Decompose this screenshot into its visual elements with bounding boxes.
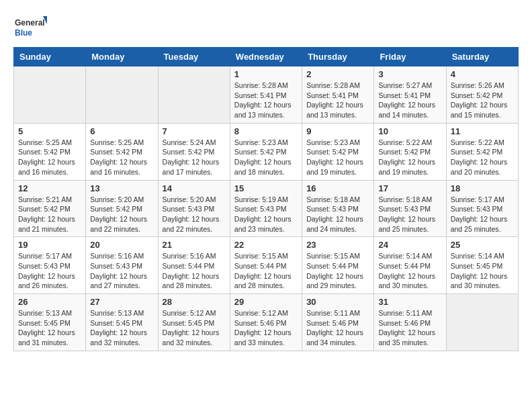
day-info: Sunrise: 5:22 AM Sunset: 5:42 PM Dayligh… [378,138,441,177]
day-number: 23 [306,240,369,250]
day-number: 26 [18,297,81,307]
day-cell: 22Sunrise: 5:15 AM Sunset: 5:44 PM Dayli… [230,237,302,294]
day-info: Sunrise: 5:23 AM Sunset: 5:42 PM Dayligh… [306,138,369,177]
day-number: 14 [163,183,226,193]
day-info: Sunrise: 5:28 AM Sunset: 5:41 PM Dayligh… [306,81,369,120]
day-info: Sunrise: 5:14 AM Sunset: 5:44 PM Dayligh… [378,251,441,291]
day-number: 15 [234,183,298,193]
day-cell: 5Sunrise: 5:25 AM Sunset: 5:42 PM Daylig… [14,123,86,180]
day-number: 22 [234,240,298,250]
day-number: 28 [163,297,226,307]
day-info: Sunrise: 5:27 AM Sunset: 5:41 PM Dayligh… [378,81,441,120]
day-header-sunday: Sunday [14,48,86,66]
day-cell: 16Sunrise: 5:18 AM Sunset: 5:43 PM Dayli… [302,180,374,237]
day-number: 13 [90,183,153,193]
day-cell: 25Sunrise: 5:14 AM Sunset: 5:45 PM Dayli… [446,237,518,294]
calendar-header-row: SundayMondayTuesdayWednesdayThursdayFrid… [14,48,519,66]
day-number: 11 [451,126,514,136]
day-cell: 30Sunrise: 5:11 AM Sunset: 5:46 PM Dayli… [302,294,374,351]
week-row-5: 26Sunrise: 5:13 AM Sunset: 5:45 PM Dayli… [14,294,519,351]
day-number: 6 [90,126,153,136]
day-number: 27 [90,297,153,307]
day-info: Sunrise: 5:19 AM Sunset: 5:43 PM Dayligh… [234,195,298,234]
day-info: Sunrise: 5:23 AM Sunset: 5:42 PM Dayligh… [234,138,298,177]
day-info: Sunrise: 5:17 AM Sunset: 5:43 PM Dayligh… [451,195,514,234]
day-cell: 11Sunrise: 5:22 AM Sunset: 5:42 PM Dayli… [446,123,518,180]
day-header-tuesday: Tuesday [158,48,230,66]
day-number: 24 [378,240,441,250]
day-info: Sunrise: 5:13 AM Sunset: 5:45 PM Dayligh… [18,308,81,348]
day-cell: 15Sunrise: 5:19 AM Sunset: 5:43 PM Dayli… [230,180,302,237]
logo: General Blue [13,13,47,40]
day-number: 19 [18,240,81,250]
day-cell: 6Sunrise: 5:25 AM Sunset: 5:42 PM Daylig… [86,123,158,180]
day-cell: 14Sunrise: 5:20 AM Sunset: 5:43 PM Dayli… [158,180,230,237]
day-header-saturday: Saturday [446,48,518,66]
day-info: Sunrise: 5:18 AM Sunset: 5:43 PM Dayligh… [306,195,369,234]
day-number: 4 [451,69,514,79]
day-cell: 18Sunrise: 5:17 AM Sunset: 5:43 PM Dayli… [446,180,518,237]
day-cell: 10Sunrise: 5:22 AM Sunset: 5:42 PM Dayli… [374,123,446,180]
day-number: 30 [306,297,369,307]
day-number: 8 [234,126,298,136]
day-cell: 24Sunrise: 5:14 AM Sunset: 5:44 PM Dayli… [374,237,446,294]
day-cell: 19Sunrise: 5:17 AM Sunset: 5:43 PM Dayli… [14,237,86,294]
day-header-friday: Friday [374,48,446,66]
day-number: 16 [306,183,369,193]
day-info: Sunrise: 5:20 AM Sunset: 5:42 PM Dayligh… [90,195,153,234]
day-number: 7 [163,126,226,136]
day-number: 9 [306,126,369,136]
week-row-2: 5Sunrise: 5:25 AM Sunset: 5:42 PM Daylig… [14,123,519,180]
svg-text:Blue: Blue [15,28,32,38]
logo-svg: General Blue [13,13,47,40]
day-info: Sunrise: 5:16 AM Sunset: 5:43 PM Dayligh… [90,251,153,291]
day-cell: 13Sunrise: 5:20 AM Sunset: 5:42 PM Dayli… [86,180,158,237]
day-header-wednesday: Wednesday [230,48,302,66]
day-number: 25 [451,240,514,250]
day-number: 31 [378,297,441,307]
day-cell: 26Sunrise: 5:13 AM Sunset: 5:45 PM Dayli… [14,294,86,351]
day-number: 3 [378,69,441,79]
svg-text:General: General [15,18,45,28]
header: General Blue [13,13,519,40]
day-info: Sunrise: 5:15 AM Sunset: 5:44 PM Dayligh… [306,251,369,291]
day-number: 2 [306,69,369,79]
day-number: 29 [234,297,298,307]
day-cell: 23Sunrise: 5:15 AM Sunset: 5:44 PM Dayli… [302,237,374,294]
day-cell: 29Sunrise: 5:12 AM Sunset: 5:46 PM Dayli… [230,294,302,351]
day-number: 17 [378,183,441,193]
day-info: Sunrise: 5:17 AM Sunset: 5:43 PM Dayligh… [18,251,81,291]
day-number: 21 [163,240,226,250]
day-number: 12 [18,183,81,193]
day-cell: 12Sunrise: 5:21 AM Sunset: 5:42 PM Dayli… [14,180,86,237]
day-info: Sunrise: 5:16 AM Sunset: 5:44 PM Dayligh… [163,251,226,291]
day-info: Sunrise: 5:12 AM Sunset: 5:46 PM Dayligh… [234,308,298,348]
day-cell: 2Sunrise: 5:28 AM Sunset: 5:41 PM Daylig… [302,66,374,124]
day-number: 10 [378,126,441,136]
day-info: Sunrise: 5:11 AM Sunset: 5:46 PM Dayligh… [306,308,369,348]
day-info: Sunrise: 5:21 AM Sunset: 5:42 PM Dayligh… [18,195,81,234]
day-number: 18 [451,183,514,193]
day-number: 20 [90,240,153,250]
day-info: Sunrise: 5:22 AM Sunset: 5:42 PM Dayligh… [451,138,514,177]
day-cell: 3Sunrise: 5:27 AM Sunset: 5:41 PM Daylig… [374,66,446,124]
day-info: Sunrise: 5:20 AM Sunset: 5:43 PM Dayligh… [163,195,226,234]
day-cell [14,66,86,124]
day-info: Sunrise: 5:24 AM Sunset: 5:42 PM Dayligh… [163,138,226,177]
day-cell: 31Sunrise: 5:11 AM Sunset: 5:46 PM Dayli… [374,294,446,351]
day-number: 1 [234,69,298,79]
day-info: Sunrise: 5:28 AM Sunset: 5:41 PM Dayligh… [234,81,298,120]
day-header-thursday: Thursday [302,48,374,66]
day-cell: 8Sunrise: 5:23 AM Sunset: 5:42 PM Daylig… [230,123,302,180]
day-info: Sunrise: 5:14 AM Sunset: 5:45 PM Dayligh… [451,251,514,291]
week-row-1: 1Sunrise: 5:28 AM Sunset: 5:41 PM Daylig… [14,66,519,124]
day-cell: 17Sunrise: 5:18 AM Sunset: 5:43 PM Dayli… [374,180,446,237]
day-cell: 1Sunrise: 5:28 AM Sunset: 5:41 PM Daylig… [230,66,302,124]
day-cell: 4Sunrise: 5:26 AM Sunset: 5:42 PM Daylig… [446,66,518,124]
day-info: Sunrise: 5:18 AM Sunset: 5:43 PM Dayligh… [378,195,441,234]
day-info: Sunrise: 5:15 AM Sunset: 5:44 PM Dayligh… [234,251,298,291]
day-cell [158,66,230,124]
week-row-3: 12Sunrise: 5:21 AM Sunset: 5:42 PM Dayli… [14,180,519,237]
day-cell: 20Sunrise: 5:16 AM Sunset: 5:43 PM Dayli… [86,237,158,294]
day-cell: 27Sunrise: 5:13 AM Sunset: 5:45 PM Dayli… [86,294,158,351]
